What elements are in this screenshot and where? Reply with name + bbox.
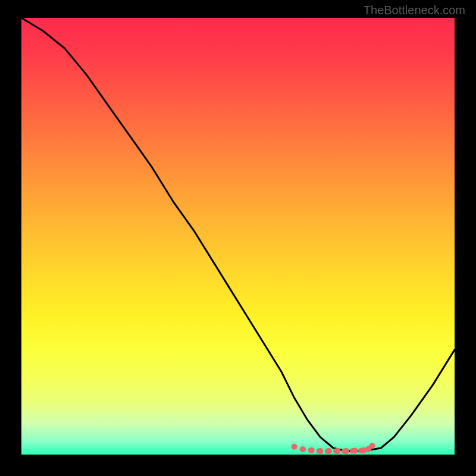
bottleneck-curve-line (21, 18, 455, 451)
watermark-text: TheBottleneck.com (364, 4, 465, 17)
optimal-marker-dot (300, 446, 306, 452)
chart-plot-area (21, 18, 455, 455)
optimal-marker-dot (309, 447, 315, 453)
optimal-marker-dot (343, 448, 349, 454)
optimal-marker-dot (292, 444, 298, 450)
bottleneck-curve-path (21, 18, 455, 451)
optimal-marker-dot (352, 447, 358, 453)
optimal-marker-dot (326, 448, 332, 454)
chart-svg (21, 18, 455, 455)
optimal-marker-dot (369, 443, 375, 449)
optimal-marker-dot (317, 448, 323, 454)
optimal-marker-dot (334, 448, 340, 454)
